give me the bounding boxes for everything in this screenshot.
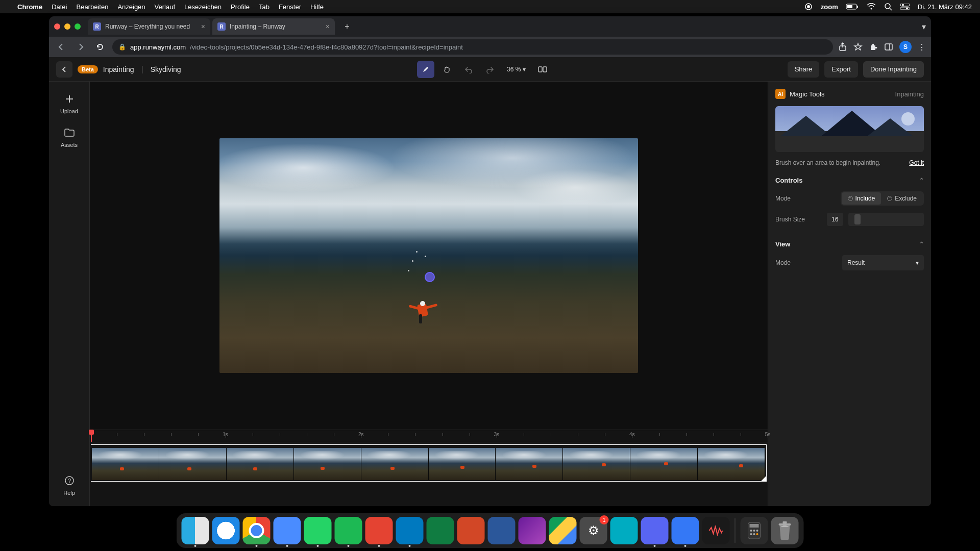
dock-app-teal-icon[interactable] [610, 517, 638, 544]
frame-clouds [219, 138, 638, 237]
zoom-dropdown[interactable]: 36 % ▾ [503, 66, 530, 73]
exclude-option[interactable]: Exclude [881, 192, 923, 205]
dock-finder-icon[interactable] [182, 517, 209, 544]
view-mode-label: Mode [775, 259, 791, 266]
assets-button[interactable]: Assets [54, 121, 85, 153]
svg-point-6 [885, 4, 890, 9]
forward-button[interactable] [74, 40, 88, 54]
sidepanel-icon[interactable] [884, 42, 893, 52]
app-back-button[interactable] [56, 61, 72, 78]
menu-tab[interactable]: Tab [259, 3, 270, 11]
battery-icon[interactable] [846, 4, 859, 10]
playhead[interactable] [91, 430, 92, 442]
export-button[interactable]: Export [824, 61, 858, 78]
window-controls[interactable] [54, 23, 81, 30]
dock-word-icon[interactable] [488, 517, 516, 544]
ruler-tick [388, 433, 388, 436]
close-tab-icon[interactable]: × [201, 22, 205, 31]
timeline-ruler[interactable]: 1s2s3s4s5s [90, 430, 768, 442]
brush-size-value[interactable]: 16 [827, 213, 843, 226]
upload-button[interactable]: Upload [54, 88, 85, 119]
dock-voicememos-icon[interactable] [702, 517, 730, 544]
menu-help[interactable]: Hilfe [310, 3, 324, 11]
tab-runway-home[interactable]: R Runway – Everything you need × [88, 18, 210, 35]
menu-edit[interactable]: Bearbeiten [76, 3, 108, 11]
zoom-app-label[interactable]: zoom [821, 3, 838, 11]
dock-discord-icon[interactable] [641, 517, 669, 544]
profile-avatar[interactable]: S [899, 41, 912, 53]
dock-zoom-icon[interactable] [274, 517, 301, 544]
undo-button[interactable] [460, 61, 477, 78]
pan-tool-button[interactable] [438, 61, 456, 78]
redo-button[interactable] [481, 61, 499, 78]
timeline-thumb[interactable] [698, 448, 765, 480]
done-inpainting-button[interactable]: Done Inpainting [863, 61, 924, 78]
include-option[interactable]: Include [842, 192, 881, 205]
timeline-thumb[interactable] [630, 448, 698, 480]
dock-imovie-icon[interactable] [519, 517, 546, 544]
wifi-icon[interactable] [867, 3, 876, 10]
share-page-icon[interactable] [838, 42, 847, 52]
menu-bookmarks[interactable]: Lesezeichen [184, 3, 222, 11]
extensions-icon[interactable] [869, 42, 878, 52]
menubar-app-name[interactable]: Chrome [17, 3, 42, 11]
viewport[interactable] [90, 82, 768, 430]
timeline-thumb[interactable] [429, 448, 496, 480]
dock-drive-icon[interactable] [549, 517, 577, 544]
project-name[interactable]: Skydiving [151, 65, 181, 73]
spotlight-icon[interactable] [884, 3, 892, 11]
dock-settings-icon[interactable]: ⚙︎1 [580, 517, 607, 544]
menu-window[interactable]: Fenster [279, 3, 301, 11]
tabs-dropdown-icon[interactable]: ▾ [922, 22, 926, 32]
video-frame[interactable] [219, 138, 638, 373]
timeline-thumb[interactable] [496, 448, 563, 480]
close-window-icon[interactable] [54, 23, 60, 30]
new-tab-button[interactable]: + [340, 19, 354, 34]
record-icon[interactable] [804, 3, 813, 11]
controls-section-header[interactable]: Controls ⌃ [775, 173, 924, 184]
dock-spotify-icon[interactable] [335, 517, 362, 544]
menu-view[interactable]: Anzeigen [117, 3, 145, 11]
dock-todoist-icon[interactable] [365, 517, 393, 544]
dock-excel-icon[interactable] [427, 517, 454, 544]
close-tab-icon[interactable]: × [326, 22, 330, 31]
slider-knob[interactable] [854, 214, 861, 224]
dock-safari-icon[interactable] [212, 517, 240, 544]
view-mode-select[interactable]: Result ▾ [842, 255, 924, 270]
dock-trello-icon[interactable] [396, 517, 424, 544]
url-input[interactable]: 🔒 app.runwayml.com/video-tools/projects/… [112, 39, 833, 55]
brush-tool-button[interactable] [417, 61, 434, 78]
reload-button[interactable] [93, 40, 107, 54]
help-button[interactable]: ? Help [54, 469, 85, 501]
timeline-thumb[interactable] [159, 448, 227, 480]
menu-file[interactable]: Datei [52, 3, 67, 11]
bookmark-icon[interactable] [853, 42, 863, 52]
back-button[interactable] [54, 40, 68, 54]
timeline-thumb[interactable] [361, 448, 429, 480]
timeline-thumb[interactable] [227, 448, 294, 480]
dock-trash-icon[interactable] [771, 517, 799, 544]
dock-calculator-icon[interactable] [741, 517, 768, 544]
dock-chrome-icon[interactable] [243, 517, 271, 544]
menu-profiles[interactable]: Profile [231, 3, 250, 11]
brush-size-slider[interactable] [848, 213, 924, 226]
menu-history[interactable]: Verlauf [155, 3, 175, 11]
dock-whatsapp-icon[interactable] [304, 517, 332, 544]
panel-header: AI Magic Tools Inpainting [775, 89, 924, 99]
timeline-thumb[interactable] [294, 448, 361, 480]
compare-view-button[interactable] [534, 61, 551, 78]
got-it-link[interactable]: Got it [909, 159, 924, 166]
dock-powerpoint-icon[interactable] [457, 517, 485, 544]
dock-quicktime-icon[interactable] [672, 517, 699, 544]
timeline-thumb[interactable] [92, 448, 159, 480]
filmstrip[interactable] [91, 444, 767, 482]
share-button[interactable]: Share [788, 61, 820, 78]
control-center-icon[interactable] [900, 4, 910, 10]
view-section-header[interactable]: View ⌃ [775, 237, 924, 248]
menubar-datetime[interactable]: Di. 21. März 09:42 [918, 3, 972, 11]
timeline-thumb[interactable] [563, 448, 630, 480]
chrome-menu-icon[interactable]: ⋮ [918, 42, 926, 52]
minimize-window-icon[interactable] [64, 23, 70, 30]
tab-inpainting[interactable]: R Inpainting – Runway × [212, 18, 335, 35]
fullscreen-window-icon[interactable] [75, 23, 81, 30]
